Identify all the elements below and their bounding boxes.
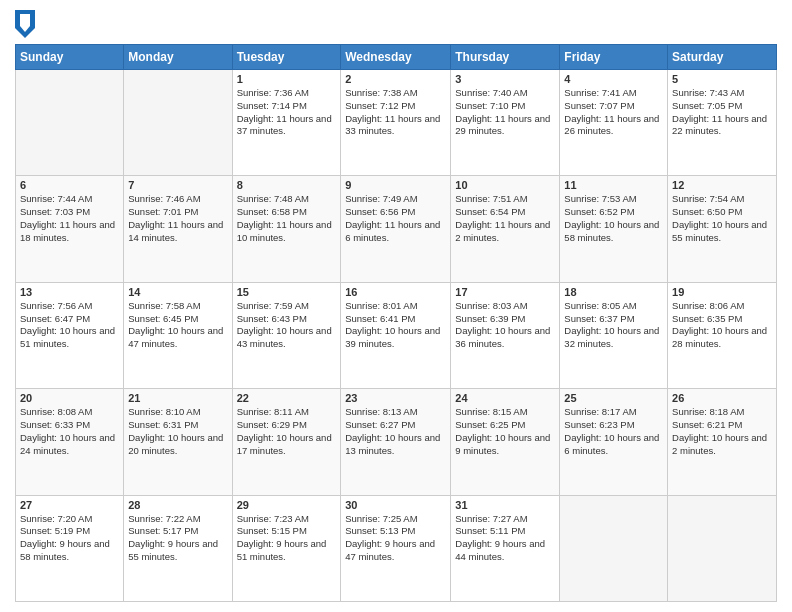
day-number: 15: [237, 286, 337, 298]
day-info: Sunrise: 7:40 AMSunset: 7:10 PMDaylight:…: [455, 87, 555, 138]
day-info: Sunrise: 8:06 AMSunset: 6:35 PMDaylight:…: [672, 300, 772, 351]
day-number: 12: [672, 179, 772, 191]
header: [15, 10, 777, 38]
day-number: 2: [345, 73, 446, 85]
day-cell: 12Sunrise: 7:54 AMSunset: 6:50 PMDayligh…: [668, 176, 777, 282]
day-info: Sunrise: 7:44 AMSunset: 7:03 PMDaylight:…: [20, 193, 119, 244]
day-cell: 22Sunrise: 8:11 AMSunset: 6:29 PMDayligh…: [232, 389, 341, 495]
day-info: Sunrise: 7:23 AMSunset: 5:15 PMDaylight:…: [237, 513, 337, 564]
day-cell: 19Sunrise: 8:06 AMSunset: 6:35 PMDayligh…: [668, 282, 777, 388]
day-cell: 1Sunrise: 7:36 AMSunset: 7:14 PMDaylight…: [232, 70, 341, 176]
day-cell: 17Sunrise: 8:03 AMSunset: 6:39 PMDayligh…: [451, 282, 560, 388]
day-cell: 27Sunrise: 7:20 AMSunset: 5:19 PMDayligh…: [16, 495, 124, 601]
day-cell: 4Sunrise: 7:41 AMSunset: 7:07 PMDaylight…: [560, 70, 668, 176]
day-cell: 15Sunrise: 7:59 AMSunset: 6:43 PMDayligh…: [232, 282, 341, 388]
week-row-3: 13Sunrise: 7:56 AMSunset: 6:47 PMDayligh…: [16, 282, 777, 388]
weekday-header-thursday: Thursday: [451, 45, 560, 70]
day-number: 16: [345, 286, 446, 298]
day-info: Sunrise: 8:13 AMSunset: 6:27 PMDaylight:…: [345, 406, 446, 457]
day-info: Sunrise: 7:53 AMSunset: 6:52 PMDaylight:…: [564, 193, 663, 244]
day-info: Sunrise: 8:08 AMSunset: 6:33 PMDaylight:…: [20, 406, 119, 457]
day-cell: 20Sunrise: 8:08 AMSunset: 6:33 PMDayligh…: [16, 389, 124, 495]
weekday-header-tuesday: Tuesday: [232, 45, 341, 70]
day-number: 18: [564, 286, 663, 298]
day-cell: 31Sunrise: 7:27 AMSunset: 5:11 PMDayligh…: [451, 495, 560, 601]
day-info: Sunrise: 7:38 AMSunset: 7:12 PMDaylight:…: [345, 87, 446, 138]
day-number: 30: [345, 499, 446, 511]
day-cell: 21Sunrise: 8:10 AMSunset: 6:31 PMDayligh…: [124, 389, 232, 495]
day-cell: [668, 495, 777, 601]
day-cell: 25Sunrise: 8:17 AMSunset: 6:23 PMDayligh…: [560, 389, 668, 495]
day-cell: 11Sunrise: 7:53 AMSunset: 6:52 PMDayligh…: [560, 176, 668, 282]
day-number: 17: [455, 286, 555, 298]
weekday-header-monday: Monday: [124, 45, 232, 70]
day-cell: 14Sunrise: 7:58 AMSunset: 6:45 PMDayligh…: [124, 282, 232, 388]
day-info: Sunrise: 7:54 AMSunset: 6:50 PMDaylight:…: [672, 193, 772, 244]
day-number: 9: [345, 179, 446, 191]
day-number: 1: [237, 73, 337, 85]
day-cell: [16, 70, 124, 176]
week-row-2: 6Sunrise: 7:44 AMSunset: 7:03 PMDaylight…: [16, 176, 777, 282]
day-cell: 7Sunrise: 7:46 AMSunset: 7:01 PMDaylight…: [124, 176, 232, 282]
day-number: 5: [672, 73, 772, 85]
day-number: 21: [128, 392, 227, 404]
day-number: 28: [128, 499, 227, 511]
day-info: Sunrise: 7:22 AMSunset: 5:17 PMDaylight:…: [128, 513, 227, 564]
week-row-1: 1Sunrise: 7:36 AMSunset: 7:14 PMDaylight…: [16, 70, 777, 176]
day-info: Sunrise: 7:58 AMSunset: 6:45 PMDaylight:…: [128, 300, 227, 351]
day-number: 23: [345, 392, 446, 404]
day-cell: 6Sunrise: 7:44 AMSunset: 7:03 PMDaylight…: [16, 176, 124, 282]
day-cell: 9Sunrise: 7:49 AMSunset: 6:56 PMDaylight…: [341, 176, 451, 282]
day-cell: 10Sunrise: 7:51 AMSunset: 6:54 PMDayligh…: [451, 176, 560, 282]
day-info: Sunrise: 7:46 AMSunset: 7:01 PMDaylight:…: [128, 193, 227, 244]
day-cell: 29Sunrise: 7:23 AMSunset: 5:15 PMDayligh…: [232, 495, 341, 601]
day-number: 25: [564, 392, 663, 404]
weekday-header-friday: Friday: [560, 45, 668, 70]
day-number: 26: [672, 392, 772, 404]
day-number: 11: [564, 179, 663, 191]
day-info: Sunrise: 7:59 AMSunset: 6:43 PMDaylight:…: [237, 300, 337, 351]
week-row-5: 27Sunrise: 7:20 AMSunset: 5:19 PMDayligh…: [16, 495, 777, 601]
day-info: Sunrise: 8:11 AMSunset: 6:29 PMDaylight:…: [237, 406, 337, 457]
day-cell: [560, 495, 668, 601]
day-number: 10: [455, 179, 555, 191]
weekday-header-row: SundayMondayTuesdayWednesdayThursdayFrid…: [16, 45, 777, 70]
day-info: Sunrise: 8:03 AMSunset: 6:39 PMDaylight:…: [455, 300, 555, 351]
day-cell: 3Sunrise: 7:40 AMSunset: 7:10 PMDaylight…: [451, 70, 560, 176]
logo: [15, 10, 39, 38]
day-number: 31: [455, 499, 555, 511]
day-cell: 26Sunrise: 8:18 AMSunset: 6:21 PMDayligh…: [668, 389, 777, 495]
day-number: 22: [237, 392, 337, 404]
day-info: Sunrise: 7:43 AMSunset: 7:05 PMDaylight:…: [672, 87, 772, 138]
day-info: Sunrise: 8:01 AMSunset: 6:41 PMDaylight:…: [345, 300, 446, 351]
day-number: 20: [20, 392, 119, 404]
day-cell: 30Sunrise: 7:25 AMSunset: 5:13 PMDayligh…: [341, 495, 451, 601]
weekday-header-wednesday: Wednesday: [341, 45, 451, 70]
day-info: Sunrise: 8:05 AMSunset: 6:37 PMDaylight:…: [564, 300, 663, 351]
day-number: 24: [455, 392, 555, 404]
page: SundayMondayTuesdayWednesdayThursdayFrid…: [0, 0, 792, 612]
day-info: Sunrise: 7:51 AMSunset: 6:54 PMDaylight:…: [455, 193, 555, 244]
day-info: Sunrise: 7:41 AMSunset: 7:07 PMDaylight:…: [564, 87, 663, 138]
day-cell: 24Sunrise: 8:15 AMSunset: 6:25 PMDayligh…: [451, 389, 560, 495]
day-cell: 13Sunrise: 7:56 AMSunset: 6:47 PMDayligh…: [16, 282, 124, 388]
day-number: 3: [455, 73, 555, 85]
day-number: 14: [128, 286, 227, 298]
weekday-header-saturday: Saturday: [668, 45, 777, 70]
day-cell: 23Sunrise: 8:13 AMSunset: 6:27 PMDayligh…: [341, 389, 451, 495]
day-cell: 28Sunrise: 7:22 AMSunset: 5:17 PMDayligh…: [124, 495, 232, 601]
day-cell: 8Sunrise: 7:48 AMSunset: 6:58 PMDaylight…: [232, 176, 341, 282]
day-info: Sunrise: 7:49 AMSunset: 6:56 PMDaylight:…: [345, 193, 446, 244]
day-info: Sunrise: 7:48 AMSunset: 6:58 PMDaylight:…: [237, 193, 337, 244]
day-number: 19: [672, 286, 772, 298]
day-info: Sunrise: 7:56 AMSunset: 6:47 PMDaylight:…: [20, 300, 119, 351]
day-cell: 18Sunrise: 8:05 AMSunset: 6:37 PMDayligh…: [560, 282, 668, 388]
logo-icon: [15, 10, 35, 38]
day-cell: 2Sunrise: 7:38 AMSunset: 7:12 PMDaylight…: [341, 70, 451, 176]
day-number: 4: [564, 73, 663, 85]
day-number: 7: [128, 179, 227, 191]
day-number: 29: [237, 499, 337, 511]
calendar-table: SundayMondayTuesdayWednesdayThursdayFrid…: [15, 44, 777, 602]
day-number: 6: [20, 179, 119, 191]
day-info: Sunrise: 8:17 AMSunset: 6:23 PMDaylight:…: [564, 406, 663, 457]
